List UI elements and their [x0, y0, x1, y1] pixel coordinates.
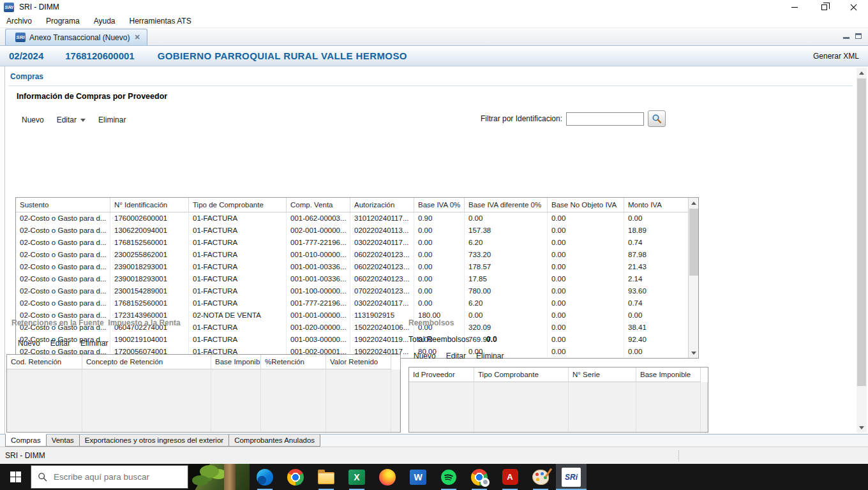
scrollbar-thumb[interactable]	[857, 78, 866, 386]
editar-button[interactable]: Editar	[57, 115, 86, 124]
scroll-down-icon[interactable]	[857, 422, 867, 433]
cell-identificacion: 2300154289001	[110, 285, 189, 297]
column-header[interactable]: Base No Objeto IVA	[548, 198, 624, 212]
table-row[interactable]: 02-Costo o Gasto para d... 1768152560001…	[16, 297, 689, 309]
tab-anexo-transaccional[interactable]: SRi Anexo Transaccional (Nuevo) ✕	[5, 29, 147, 45]
excel-icon: X	[348, 470, 365, 485]
tab-close-icon[interactable]: ✕	[133, 33, 140, 41]
cell-base-iva-dif: 157.38	[465, 225, 548, 237]
column-header[interactable]: Base Imponible	[636, 368, 701, 382]
tab-compras[interactable]: Compras	[5, 434, 47, 447]
column-header[interactable]: N° Serie	[569, 368, 636, 382]
reemb-nuevo-button[interactable]: Nuevo	[414, 352, 436, 360]
start-button[interactable]	[0, 464, 31, 490]
taskbar-icon-edge[interactable]	[250, 464, 280, 490]
window-title: SRI - DIMM	[19, 3, 59, 11]
taskbar-icon-chrome-app[interactable]	[464, 464, 495, 490]
restore-button[interactable]	[809, 0, 839, 14]
tab-exportaciones[interactable]: Exportaciones y otros ingresos del exter…	[79, 434, 229, 447]
table-row[interactable]: 02-Costo o Gasto para d... 1760002600001…	[16, 212, 689, 225]
chevron-down-icon[interactable]	[80, 119, 86, 122]
column-header[interactable]: Base IVA diferente 0%	[465, 198, 548, 212]
form-border	[4, 66, 5, 434]
menu-item[interactable]: Programa	[46, 17, 80, 26]
column-header[interactable]: Sustento	[16, 198, 110, 212]
taskbar-icon-excel[interactable]: X	[341, 464, 372, 490]
filter-group: Filtrar por Identificacion:	[481, 110, 666, 128]
taskbar-icon-spotify[interactable]	[433, 464, 464, 490]
scroll-up-icon[interactable]	[689, 198, 699, 208]
reembolsos-title: Reembolsos	[408, 318, 454, 327]
column-header[interactable]: Monto IVA	[624, 198, 689, 212]
cell-identificacion: 1768152560001	[110, 237, 189, 249]
tab-comprobantes-anulados[interactable]: Comprobantes Anulados	[228, 434, 320, 447]
eliminar-button[interactable]: Eliminar	[98, 115, 126, 124]
menu-item[interactable]: Ayuda	[94, 17, 116, 26]
main-scrollbar[interactable]	[857, 68, 867, 433]
total-reembolsos-label: Total Reembolsos	[408, 335, 469, 344]
cell-monto-iva: 0.74	[624, 237, 689, 249]
scroll-down-icon[interactable]	[689, 348, 699, 358]
column-header[interactable]: Id Proveedor	[409, 368, 474, 382]
close-button[interactable]	[839, 0, 868, 14]
tab-ventas[interactable]: Ventas	[46, 434, 80, 447]
column-header[interactable]: N° Identificación	[110, 198, 189, 212]
taskbar-icon-firefox[interactable]	[372, 464, 403, 490]
document-header: 02/2024 1768120600001 GOBIERNO PARROQUIA…	[0, 46, 868, 66]
table-row[interactable]: 02-Costo o Gasto para d... 2300154289001…	[16, 285, 689, 297]
column-header[interactable]: Base IVA 0%	[414, 198, 465, 212]
column-header[interactable]: Valor Retenido	[326, 355, 391, 369]
taskbar-icon-chrome[interactable]	[280, 464, 311, 490]
table-row[interactable]: 02-Costo o Gasto para d... 2390018293001…	[16, 261, 689, 273]
table-scrollbar[interactable]	[688, 198, 698, 358]
tree-foliage	[192, 475, 209, 486]
taskbar-icon-file-explorer[interactable]	[311, 464, 341, 490]
column-header[interactable]: Comp. Venta	[287, 198, 350, 212]
filter-search-button[interactable]	[648, 110, 666, 127]
search-input[interactable]	[54, 472, 175, 482]
taskbar-icon-sri-dimm[interactable]: SRi	[556, 464, 587, 490]
ret-editar-button[interactable]: Editar	[50, 339, 70, 348]
table-row[interactable]: 02-Costo o Gasto para d... 2390018293001…	[16, 273, 689, 285]
tree-thumbnail[interactable]	[188, 464, 250, 490]
paint-icon	[532, 470, 549, 485]
column-header[interactable]: Autorización	[350, 198, 414, 212]
sri-dimm-icon: SRi	[562, 468, 581, 487]
scrollbar-thumb[interactable]	[689, 209, 698, 276]
cell-comp-venta: 001-001-00336...	[287, 273, 350, 285]
column-header[interactable]: Tipo Comprobante	[474, 368, 569, 382]
view-minimize-icon[interactable]	[843, 33, 849, 39]
cell-base-iva-0: 0.00	[414, 297, 465, 309]
file-explorer-icon	[318, 472, 334, 484]
column-header[interactable]: Base Imponible	[211, 355, 261, 369]
nuevo-button[interactable]: Nuevo	[22, 115, 44, 124]
column-header[interactable]: Cod. Retención	[7, 355, 82, 369]
column-header[interactable]: Tipo de Comprobante	[189, 198, 287, 212]
column-header[interactable]: %Retención	[261, 355, 326, 369]
ret-nuevo-button[interactable]: Nuevo	[18, 339, 40, 348]
filter-input[interactable]	[566, 112, 644, 126]
table-row[interactable]: 02-Costo o Gasto para d... 1306220094001…	[16, 225, 689, 237]
taskbar-icon-paint[interactable]	[525, 464, 556, 490]
minimize-button[interactable]	[780, 0, 809, 14]
cell-sustento: 02-Costo o Gasto para d...	[16, 297, 110, 309]
tab-label: Anexo Transaccional (Nuevo)	[29, 33, 130, 42]
view-maximize-icon[interactable]	[855, 33, 862, 39]
table-row[interactable]: 02-Costo o Gasto para d... 1900219104001…	[16, 334, 689, 346]
cell-identificacion: 2390018293001	[110, 273, 189, 285]
table-row[interactable]: 02-Costo o Gasto para d... 2300255862001…	[16, 249, 689, 261]
table-row[interactable]: 02-Costo o Gasto para d... 1768152560001…	[16, 237, 689, 249]
reemb-eliminar-button[interactable]: Eliminar	[476, 352, 504, 360]
reemb-editar-button[interactable]: Editar	[446, 352, 466, 360]
ret-eliminar-button[interactable]: Eliminar	[80, 339, 108, 348]
taskbar-icon-acrobat[interactable]: A	[495, 464, 525, 490]
generar-xml-button[interactable]: Generar XML	[813, 52, 859, 61]
menu-item[interactable]: Herramientas ATS	[130, 17, 191, 26]
scroll-up-icon[interactable]	[857, 68, 867, 78]
column-header[interactable]: Concepto de Retención	[82, 355, 211, 369]
cell-monto-iva: 0.00	[624, 309, 689, 322]
taskbar-icon-word[interactable]: W	[403, 464, 433, 490]
taskbar-search[interactable]	[31, 465, 188, 489]
editar-label: Editar	[57, 115, 77, 124]
menu-item[interactable]: Archivo	[6, 17, 32, 26]
